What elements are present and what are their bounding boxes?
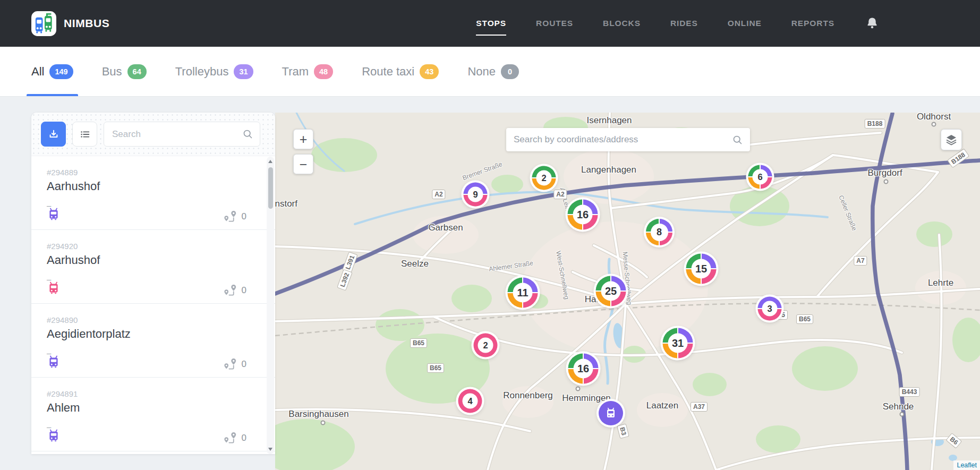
download-icon xyxy=(48,129,59,140)
notifications-bell-icon[interactable] xyxy=(865,16,879,31)
stop-footer: 0 xyxy=(47,355,246,371)
cluster-count: 4 xyxy=(463,394,478,409)
road-badge: A2 xyxy=(553,190,567,199)
scroll-down-button[interactable] xyxy=(267,445,274,454)
app-logo-icon xyxy=(31,11,56,36)
map-search xyxy=(506,128,750,151)
cluster-count: 3 xyxy=(762,301,778,317)
road-badge: B65 xyxy=(427,363,444,373)
map-town-label: Laatzen xyxy=(646,400,679,411)
nav-stops[interactable]: STOPS xyxy=(476,15,506,31)
stop-id: #294890 xyxy=(47,315,246,324)
list-item[interactable]: #294921 xyxy=(31,451,275,454)
stop-name: Aegidientorplatz xyxy=(47,327,246,341)
scroll-up-button[interactable] xyxy=(267,157,274,166)
tab-none[interactable]: None0 xyxy=(467,47,519,96)
layers-icon xyxy=(945,133,958,146)
stops-search xyxy=(104,122,260,147)
stop-name: Ahlem xyxy=(47,401,246,415)
map-search-input[interactable] xyxy=(506,128,750,151)
cluster-marker[interactable]: 4 xyxy=(458,389,482,413)
stop-id: #294920 xyxy=(47,242,246,251)
list-item[interactable]: #294890Aegidientorplatz– 0 xyxy=(31,304,275,378)
vehicle-icon xyxy=(47,429,61,442)
nav-online[interactable]: ONLINE xyxy=(728,15,762,31)
cluster-count: 15 xyxy=(692,259,711,279)
map-street-label: Ahlemer Straße xyxy=(488,259,533,273)
tab-tram[interactable]: Tram48 xyxy=(282,47,334,96)
cluster-count: 9 xyxy=(468,187,483,202)
cluster-marker[interactable]: 6 xyxy=(748,165,772,189)
tab-label: All xyxy=(31,65,44,79)
tab-count-badge: 48 xyxy=(314,64,333,79)
arrow-up-icon xyxy=(268,160,272,163)
list-item[interactable]: #294920Aarhushof– 0 xyxy=(31,230,275,304)
cluster-marker[interactable]: 3 xyxy=(758,297,782,321)
list-scrollbar[interactable] xyxy=(267,157,274,454)
trolleybus-icon xyxy=(47,429,61,445)
road-badge: B65 xyxy=(796,314,813,324)
map[interactable]: IsernhagenOldhorstBurgdorfLangenhagenGar… xyxy=(275,113,980,470)
road-badge: B188 xyxy=(947,149,969,168)
map-street-label: Bremer Straße xyxy=(462,160,504,182)
stop-footer: 0 xyxy=(47,281,246,297)
stop-footer: 0 xyxy=(47,429,246,445)
cluster-marker[interactable]: 2 xyxy=(474,334,498,357)
stop-footer: 0 xyxy=(47,207,246,223)
list-view-button[interactable] xyxy=(72,122,97,147)
export-button[interactable] xyxy=(41,122,66,147)
content: #294889Aarhushof– 0#294920Aarhushof– 0#2… xyxy=(0,97,980,470)
list-item[interactable]: #294891Ahlem– 0 xyxy=(31,378,275,451)
cluster-marker[interactable]: 16 xyxy=(568,354,599,384)
route-pins-icon xyxy=(223,284,237,297)
layers-button[interactable] xyxy=(941,129,962,150)
tab-all[interactable]: All149 xyxy=(31,47,73,96)
stops-search-input[interactable] xyxy=(104,122,260,147)
routes-count: 0 xyxy=(242,433,246,443)
list-icon xyxy=(79,129,91,140)
cluster-marker[interactable]: 8 xyxy=(646,219,672,245)
zoom-in-button[interactable]: + xyxy=(293,129,313,149)
nav-rides[interactable]: RIDES xyxy=(670,15,698,31)
stop-id: #294889 xyxy=(47,168,246,177)
map-attribution[interactable]: Leaflet xyxy=(953,460,980,470)
tab-trolleybus[interactable]: Trolleybus31 xyxy=(175,47,253,96)
road-badge: A37 xyxy=(691,402,708,412)
cluster-count: 2 xyxy=(536,170,552,186)
map-town-label: Lehrte xyxy=(928,278,953,288)
tab-route-taxi[interactable]: Route taxi43 xyxy=(362,47,439,96)
tab-label: Tram xyxy=(282,65,309,79)
vehicle-icon xyxy=(47,355,61,369)
cluster-marker[interactable]: 15 xyxy=(686,254,717,284)
map-town-label: Oldhorst xyxy=(917,113,951,122)
map-town-label: unstorf xyxy=(275,199,297,209)
tab-bus[interactable]: Bus64 xyxy=(102,47,147,96)
map-town-label: Isernhagen xyxy=(586,115,632,126)
cluster-count: 31 xyxy=(668,334,688,353)
cluster-marker[interactable]: 11 xyxy=(508,278,538,308)
routes-counter: 0 xyxy=(223,210,246,223)
cluster-marker[interactable]: 25 xyxy=(596,276,626,306)
cluster-marker[interactable]: 2 xyxy=(532,166,556,190)
nav-routes[interactable]: ROUTES xyxy=(536,15,573,31)
road-badge: B3 xyxy=(617,423,629,439)
cluster-count: 2 xyxy=(478,338,493,353)
search-icon xyxy=(242,129,253,140)
brand[interactable]: NIMBUS xyxy=(31,11,109,36)
nav-blocks[interactable]: BLOCKS xyxy=(603,15,641,31)
routes-counter: 0 xyxy=(223,357,246,371)
list-item[interactable]: #294889Aarhushof– 0 xyxy=(31,156,275,230)
cluster-marker[interactable]: 16 xyxy=(568,200,598,230)
map-town-label: Seelze xyxy=(401,259,429,269)
map-overlay: IsernhagenOldhorstBurgdorfLangenhagenGar… xyxy=(275,113,980,470)
scrollbar-thumb[interactable] xyxy=(268,167,273,209)
nav-reports[interactable]: REPORTS xyxy=(791,15,834,31)
zoom-out-button[interactable]: − xyxy=(293,154,313,174)
app: NIMBUS STOPSROUTESBLOCKSRIDESONLINEREPOR… xyxy=(0,0,980,470)
stop-id: #294891 xyxy=(47,389,246,398)
vehicle-stop-marker[interactable] xyxy=(599,401,623,425)
cluster-marker[interactable]: 9 xyxy=(464,183,488,207)
stops-panel: #294889Aarhushof– 0#294920Aarhushof– 0#2… xyxy=(31,113,275,454)
cluster-marker[interactable]: 31 xyxy=(663,328,693,358)
main-nav: STOPSROUTESBLOCKSRIDESONLINEREPORTS xyxy=(476,15,834,31)
